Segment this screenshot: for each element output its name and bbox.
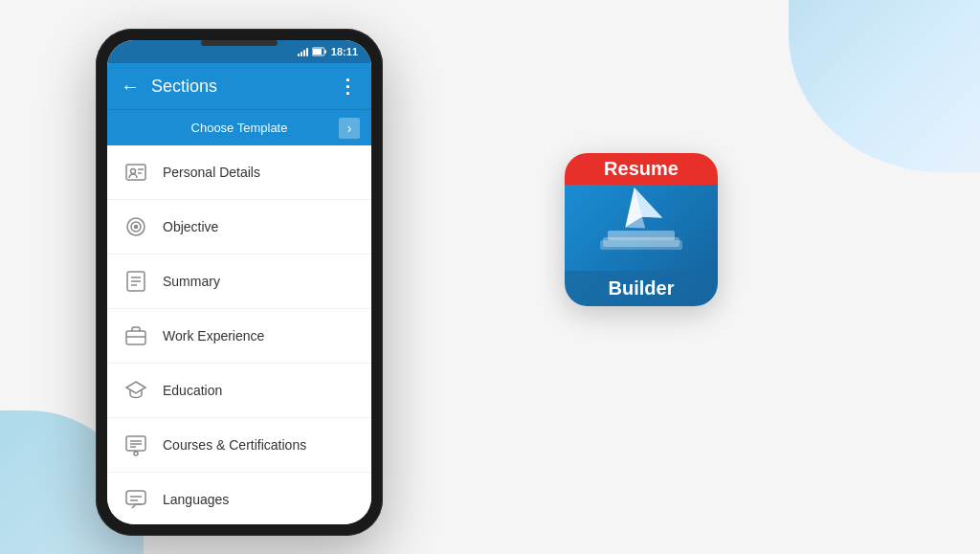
app-icon-bottom-text: Builder (609, 277, 675, 299)
signal-bar-4 (306, 48, 308, 56)
back-button[interactable]: ← (121, 76, 140, 98)
signal-icon (298, 47, 308, 56)
svg-point-9 (135, 226, 138, 229)
paper-plane-illustration (589, 185, 694, 271)
document-lines-icon (122, 268, 149, 295)
svg-point-18 (134, 452, 138, 455)
courses-label: Courses & Certifications (163, 437, 306, 453)
menu-item-courses[interactable]: Courses & Certifications (107, 418, 371, 473)
menu-item-objective[interactable]: Objective (107, 200, 371, 255)
summary-label: Summary (163, 274, 220, 289)
app-header: ← Sections ⋮ (107, 63, 371, 109)
app-icon-middle-section (565, 185, 718, 271)
phone-notch (201, 40, 278, 46)
status-time: 18:11 (331, 46, 358, 57)
menu-item-education[interactable]: Education (107, 364, 371, 418)
status-icons (298, 47, 327, 56)
svg-marker-16 (126, 382, 145, 393)
education-label: Education (163, 383, 222, 398)
signal-bar-1 (298, 54, 300, 56)
battery-icon (312, 47, 327, 56)
chat-bubble-icon (122, 486, 149, 513)
svg-rect-2 (324, 51, 326, 54)
menu-item-summary[interactable]: Summary (107, 255, 371, 309)
signal-bar-3 (303, 50, 305, 56)
svg-rect-14 (126, 331, 145, 344)
svg-rect-29 (600, 240, 682, 250)
menu-item-languages[interactable]: Languages (107, 473, 371, 524)
phone-screen: 18:11 ← Sections ⋮ Choose Template › (107, 40, 371, 524)
choose-template-bar[interactable]: Choose Template › (107, 109, 371, 145)
svg-rect-23 (126, 491, 145, 504)
header-title: Sections (151, 77, 338, 97)
languages-label: Languages (163, 492, 229, 507)
graduation-icon (122, 377, 149, 404)
objective-label: Objective (163, 219, 218, 234)
svg-rect-28 (608, 231, 675, 240)
app-icon-wrapper: Resume Builder (565, 153, 718, 306)
personal-details-label: Personal Details (163, 165, 260, 180)
choose-template-label: Choose Template (191, 121, 288, 135)
more-button[interactable]: ⋮ (338, 75, 358, 98)
certificate-icon (122, 432, 149, 458)
signal-bar-2 (301, 52, 302, 56)
bg-decoration-top-right (789, 0, 980, 172)
menu-item-work-experience[interactable]: Work Experience (107, 309, 371, 364)
choose-template-arrow: › (339, 118, 360, 139)
briefcase-icon (122, 322, 149, 349)
svg-point-4 (131, 169, 136, 174)
app-icon-bottom-section: Builder (565, 271, 718, 306)
target-icon (122, 213, 149, 240)
svg-rect-1 (313, 49, 322, 55)
resume-builder-icon: Resume Builder (565, 153, 718, 306)
app-icon-top-section: Resume (565, 153, 718, 185)
person-card-icon (122, 159, 149, 186)
phone-mockup: 18:11 ← Sections ⋮ Choose Template › (96, 29, 383, 536)
work-experience-label: Work Experience (163, 328, 264, 343)
menu-list: Personal Details Objective Summary (107, 145, 371, 524)
menu-item-personal-details[interactable]: Personal Details (107, 145, 371, 200)
phone-body: 18:11 ← Sections ⋮ Choose Template › (96, 29, 383, 536)
app-icon-top-text: Resume (604, 158, 679, 180)
